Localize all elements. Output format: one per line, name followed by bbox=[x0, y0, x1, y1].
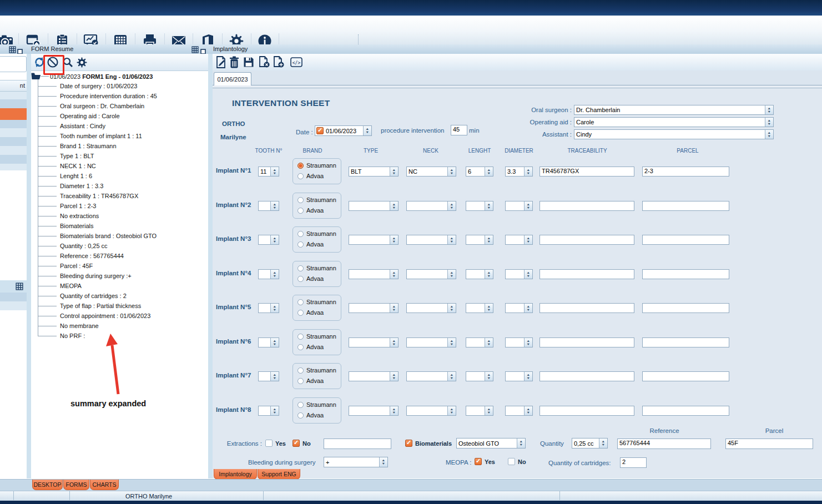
tree-root[interactable]: 01/06/2023 FORM1 Eng - 01/06/2023 bbox=[50, 73, 153, 80]
spinner-buttons[interactable]: ▲▼ bbox=[270, 372, 279, 381]
tree-item[interactable]: Traceability 1 : TR456787GX bbox=[60, 193, 138, 199]
traceability-input[interactable] bbox=[539, 406, 634, 416]
parcel-input[interactable] bbox=[642, 406, 729, 416]
type-field[interactable]: ▲▼ bbox=[349, 406, 399, 416]
type-field[interactable]: ▲▼ bbox=[349, 303, 399, 313]
lenght-field[interactable]: ▲▼ bbox=[466, 201, 493, 211]
lenght-field[interactable]: ▲▼ bbox=[466, 337, 493, 347]
save-button[interactable] bbox=[242, 56, 255, 69]
straumann-radio[interactable] bbox=[297, 334, 304, 340]
date-field[interactable]: 01/06/2023 ▲▼ bbox=[315, 125, 372, 136]
type-field[interactable]: BLT▲▼ bbox=[349, 167, 399, 177]
spinner-buttons[interactable]: ▲▼ bbox=[485, 406, 493, 415]
meopa-no-checkbox[interactable] bbox=[508, 458, 515, 465]
list-item[interactable] bbox=[0, 164, 27, 170]
new-record-button[interactable] bbox=[214, 56, 228, 69]
spinner-buttons[interactable]: ▲▼ bbox=[270, 270, 279, 279]
duration-input[interactable]: 45 bbox=[451, 125, 467, 135]
spinner-buttons[interactable]: ▲▼ bbox=[765, 118, 773, 127]
record-tab[interactable]: 01/06/2023 bbox=[214, 72, 251, 85]
parcel-input[interactable] bbox=[642, 235, 729, 245]
spinner-buttons[interactable]: ▲▼ bbox=[390, 304, 398, 313]
quantity-field[interactable]: 0,25 cc▲▼ bbox=[572, 438, 608, 448]
traceability-input[interactable]: TR456787GX bbox=[539, 167, 634, 177]
sidebar-search-box[interactable] bbox=[0, 56, 27, 72]
straumann-radio[interactable] bbox=[297, 299, 304, 305]
spinner-buttons[interactable]: ▲▼ bbox=[447, 338, 456, 347]
sidebar-item-partial[interactable]: nt bbox=[0, 80, 27, 92]
list-item-selected[interactable] bbox=[0, 108, 27, 120]
spinner-buttons[interactable]: ▲▼ bbox=[390, 338, 398, 347]
spinner-buttons[interactable]: ▲▼ bbox=[447, 304, 456, 313]
neck-field[interactable]: ▲▼ bbox=[406, 337, 456, 347]
spinner-buttons[interactable]: ▲▼ bbox=[599, 439, 607, 448]
tree-item[interactable]: Oral surgeon : Dr. Chamberlain bbox=[60, 103, 144, 109]
neck-field[interactable]: ▲▼ bbox=[406, 201, 456, 211]
spinner-buttons[interactable]: ▲▼ bbox=[390, 201, 398, 210]
spinner-buttons[interactable]: ▲▼ bbox=[447, 406, 456, 415]
tree-item[interactable]: Lenght 1 : 6 bbox=[60, 173, 92, 179]
extractions-yes-checkbox[interactable] bbox=[265, 440, 273, 447]
straumann-radio[interactable] bbox=[297, 402, 304, 408]
code-view-button[interactable]: </> bbox=[290, 56, 303, 69]
spinner-buttons[interactable]: ▲▼ bbox=[524, 167, 532, 176]
traceability-input[interactable] bbox=[539, 303, 634, 313]
parcel-input[interactable] bbox=[642, 371, 729, 381]
lenght-field[interactable]: ▲▼ bbox=[466, 235, 493, 245]
spinner-buttons[interactable]: ▲▼ bbox=[485, 372, 493, 381]
biomaterials-checkbox[interactable] bbox=[405, 440, 412, 447]
spinner-buttons[interactable]: ▲▼ bbox=[447, 201, 456, 210]
type-field[interactable]: ▲▼ bbox=[349, 269, 399, 279]
tab-charts[interactable]: CHARTS bbox=[90, 480, 119, 490]
parcel-input[interactable]: 2-3 bbox=[642, 167, 729, 177]
tree-item[interactable]: NECK 1 : NC bbox=[60, 163, 96, 169]
panel-divider[interactable] bbox=[208, 54, 213, 478]
spinner-buttons[interactable]: ▲▼ bbox=[390, 372, 398, 381]
tab-forms[interactable]: FORMS bbox=[63, 480, 89, 490]
spinner-buttons[interactable]: ▲▼ bbox=[485, 304, 493, 313]
tree-item[interactable]: Operating aid : Carole bbox=[60, 113, 120, 119]
straumann-radio[interactable] bbox=[297, 197, 304, 203]
parcel-input[interactable] bbox=[642, 201, 729, 211]
tooth-field[interactable]: ▲▼ bbox=[258, 269, 279, 279]
spinner-buttons[interactable]: ▲▼ bbox=[270, 235, 279, 244]
tree-item[interactable]: Biomaterials bbox=[60, 223, 94, 229]
tree-item[interactable]: Type of flap : Partial thickness bbox=[60, 303, 141, 309]
settings-gear-button[interactable] bbox=[75, 56, 88, 69]
straumann-radio[interactable] bbox=[297, 231, 304, 237]
tree-item[interactable]: Parcel : 45F bbox=[60, 263, 93, 269]
tree-item[interactable]: No extractions bbox=[60, 213, 99, 219]
type-field[interactable]: ▲▼ bbox=[349, 371, 399, 381]
spinner-buttons[interactable]: ▲▼ bbox=[485, 338, 493, 347]
traceability-input[interactable] bbox=[539, 337, 634, 347]
tooth-field[interactable]: ▲▼ bbox=[258, 235, 279, 245]
tab-support-eng[interactable]: Support ENG bbox=[258, 469, 300, 480]
tab-implantology[interactable]: Implantology bbox=[214, 469, 257, 480]
spinner-buttons[interactable]: ▲▼ bbox=[524, 201, 532, 210]
list-item[interactable] bbox=[0, 128, 27, 137]
biomaterials-brand-combo[interactable]: Osteobiol GTO▲▼ bbox=[456, 438, 526, 448]
spinner-buttons[interactable]: ▲▼ bbox=[524, 338, 532, 347]
tree-item[interactable]: No PRF : bbox=[60, 332, 85, 339]
list-item[interactable] bbox=[0, 155, 27, 164]
spinner-buttons[interactable]: ▲▼ bbox=[517, 439, 525, 448]
parcel-input[interactable] bbox=[642, 269, 729, 279]
grid-icon[interactable] bbox=[16, 283, 23, 293]
advaa-radio[interactable] bbox=[297, 378, 304, 384]
diameter-field[interactable]: ▲▼ bbox=[505, 235, 533, 245]
tooth-field[interactable]: ▲▼ bbox=[258, 303, 279, 313]
tree-item[interactable]: Control appointment : 01/06/2023 bbox=[60, 313, 150, 319]
lenght-field[interactable]: 6▲▼ bbox=[466, 167, 493, 177]
delete-trash-button[interactable] bbox=[228, 56, 241, 69]
parcel-input[interactable] bbox=[642, 337, 729, 347]
spinner-buttons[interactable]: ▲▼ bbox=[270, 406, 279, 415]
neck-field[interactable]: ▲▼ bbox=[406, 406, 456, 416]
list-item[interactable] bbox=[0, 99, 27, 108]
lenght-field[interactable]: ▲▼ bbox=[466, 406, 493, 416]
spinner-buttons[interactable]: ▲▼ bbox=[447, 235, 456, 244]
advaa-radio[interactable] bbox=[297, 310, 304, 316]
tree-item[interactable]: No membrane bbox=[60, 322, 99, 329]
add-page-button[interactable] bbox=[272, 56, 285, 69]
list-item[interactable] bbox=[0, 293, 27, 301]
spinner-buttons[interactable]: ▲▼ bbox=[765, 130, 773, 139]
